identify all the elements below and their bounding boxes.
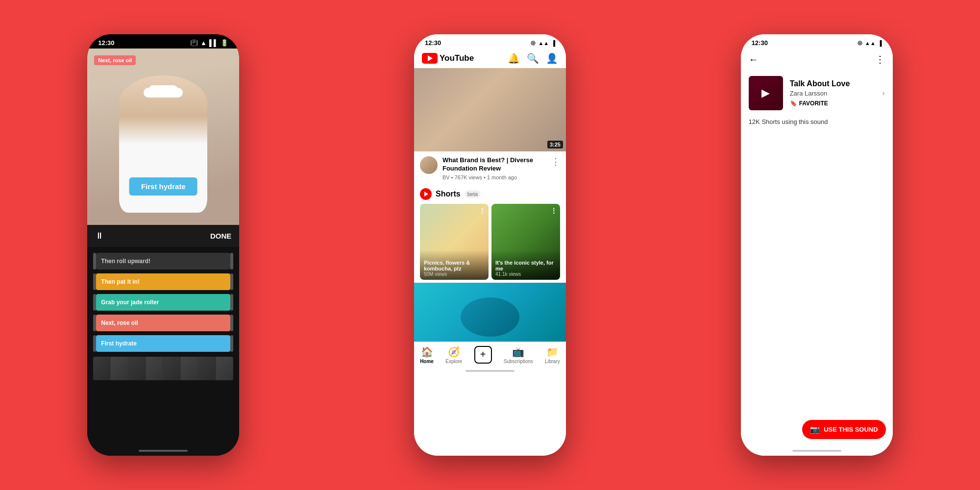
track-label: Then roll upward! <box>96 253 230 270</box>
film-frame <box>163 357 181 380</box>
signal-icon: ▌▌ <box>209 39 218 47</box>
pool-video[interactable] <box>414 283 566 342</box>
use-sound-button[interactable]: 📷 USE THIS SOUND <box>802 420 886 439</box>
short-views-2: 41.1k views <box>495 271 556 277</box>
track-handle-right <box>230 294 233 311</box>
library-label: Library <box>545 359 560 364</box>
film-frame <box>198 357 216 380</box>
add-button[interactable]: + <box>474 346 492 364</box>
status-bar-1: 12:30 📳 ▲ ▌▌ 🔋 <box>87 34 239 49</box>
person-image <box>87 63 239 225</box>
short-card-1[interactable]: ⋮ Picnics, flowers & kombucha, plz 50M v… <box>420 204 489 280</box>
filmstrip <box>93 357 233 380</box>
wifi-icon: ▲▲ <box>538 40 549 46</box>
wifi-icon-3: ▲▲ <box>865 40 876 46</box>
back-button[interactable]: ← <box>749 54 759 65</box>
yt-logo-text: YouTube <box>440 53 474 63</box>
favorite-button[interactable]: 🔖 FAVORITE <box>790 100 876 107</box>
home-indicator <box>87 446 239 456</box>
track-handle-right <box>230 335 233 352</box>
film-frame <box>181 357 198 380</box>
short-card-2[interactable]: ⋮ It's the iconic style, for me 41.1k vi… <box>491 204 560 280</box>
sound-artist: Zara Larsson <box>790 90 876 97</box>
wifi-icon: ▲ <box>200 39 207 47</box>
library-icon: 📁 <box>546 346 559 358</box>
video-age: 1 month ago <box>487 174 517 180</box>
status-time-2: 12:30 <box>425 39 441 47</box>
sound-meta: Talk About Love Zara Larsson 🔖 FAVORITE <box>790 79 876 107</box>
yt-header-icons: 🔔 🔍 👤 <box>508 52 558 64</box>
short-thumb-1: ⋮ Picnics, flowers & kombucha, plz 50M v… <box>420 204 489 280</box>
bookmark-icon: 🔖 <box>790 100 797 107</box>
track-roll-upward[interactable]: Then roll upward! <box>93 253 233 270</box>
video-meta: What Brand is Best? | Diverse Foundation… <box>442 156 546 180</box>
nav-subscriptions[interactable]: 📺 Subscriptions <box>504 346 533 364</box>
phone-youtube: 12:30 ◎ ▲▲ ▐ YouTube 🔔 🔍 👤 3:25 <box>414 34 566 456</box>
phone-sound: 12:30 ◎ ▲▲ ▐ ← ⋮ Talk About Love Zara La… <box>741 34 893 456</box>
shorts-section: Shorts beta ⋮ Picnics, flowers & kombuch… <box>414 185 566 283</box>
editor-controls: ⏸ DONE <box>87 225 239 247</box>
battery-icon: 🔋 <box>220 39 228 47</box>
track-label: Next, rose oil <box>96 315 230 331</box>
status-icons-3: ◎ ▲▲ ▐ <box>858 40 882 46</box>
track-rose-oil[interactable]: Next, rose oil <box>93 315 233 331</box>
short-more-icon: ⋮ <box>479 207 486 215</box>
home-bar <box>139 450 188 452</box>
nav-explore[interactable]: 🧭 Explore <box>445 346 462 364</box>
video-title: What Brand is Best? | Diverse Foundation… <box>442 156 546 173</box>
track-handle-right <box>230 315 233 331</box>
track-jade-roller[interactable]: Grab your jade roller <box>93 294 233 311</box>
yt-header: YouTube 🔔 🔍 👤 <box>414 49 566 68</box>
nav-add[interactable]: + <box>474 346 492 364</box>
vibrate-icon: ◎ <box>531 40 536 46</box>
yt-logo-icon <box>422 53 438 64</box>
track-label: First hydrate <box>96 335 230 352</box>
vibrate-icon: 📳 <box>190 39 198 47</box>
yt-logo: YouTube <box>422 53 474 64</box>
notifications-button[interactable]: 🔔 <box>508 52 520 64</box>
explore-icon: 🧭 <box>448 346 460 358</box>
track-label: Then pat it in! <box>96 273 230 290</box>
phone-editor: 12:30 📳 ▲ ▌▌ 🔋 Next, rose oil First hydr… <box>87 34 239 456</box>
shorts-title: Shorts <box>436 190 461 198</box>
shorts-grid: ⋮ Picnics, flowers & kombucha, plz 50M v… <box>420 204 560 280</box>
home-label: Home <box>420 359 434 364</box>
short-more-icon-2: ⋮ <box>550 207 557 215</box>
short-views-1: 50M views <box>424 271 485 277</box>
camera-icon: 📷 <box>810 425 820 434</box>
headband <box>144 88 183 98</box>
status-icons-1: 📳 ▲ ▌▌ 🔋 <box>190 39 228 47</box>
vibrate-icon-3: ◎ <box>858 40 862 46</box>
more-button[interactable]: ⋮ <box>875 53 885 65</box>
film-frame <box>216 357 234 380</box>
status-time-3: 12:30 <box>752 39 768 47</box>
home-bar-2 <box>466 370 514 372</box>
pause-button[interactable]: ⏸ <box>95 231 104 241</box>
track-first-hydrate[interactable]: First hydrate <box>93 335 233 352</box>
sound-thumbnail[interactable] <box>749 76 783 110</box>
subscriptions-label: Subscriptions <box>504 359 533 364</box>
video-duration: 3:25 <box>547 141 563 148</box>
video-thumbnail: 3:25 <box>414 68 566 151</box>
track-pat-in[interactable]: Then pat it in! <box>93 273 233 290</box>
status-bar-2: 12:30 ◎ ▲▲ ▐ <box>414 34 566 49</box>
short-label-1: Picnics, flowers & kombucha, plz 50M vie… <box>420 250 489 280</box>
shorts-beta: beta <box>465 190 481 198</box>
sound-grid-container: 96K views 1.4M views 59K views 1.2M view… <box>741 129 893 446</box>
nav-library[interactable]: 📁 Library <box>545 346 560 364</box>
timeline-area: Then roll upward! Then pat it in! Grab y… <box>87 247 239 446</box>
editor-video-area: Next, rose oil First hydrate <box>87 49 239 225</box>
home-indicator-2 <box>414 366 566 376</box>
battery-icon: ▐ <box>551 40 555 46</box>
search-button[interactable]: 🔍 <box>527 52 539 64</box>
video-more-button[interactable]: ⋮ <box>551 156 560 180</box>
done-button[interactable]: DONE <box>210 232 231 240</box>
first-hydrate-overlay: First hydrate <box>129 177 197 196</box>
track-handle-right <box>230 273 233 290</box>
status-time-1: 12:30 <box>98 39 114 47</box>
nav-home[interactable]: 🏠 Home <box>420 346 434 364</box>
video-card[interactable]: 3:25 What Brand is Best? | Diverse Found… <box>414 68 566 185</box>
shorts-header: Shorts beta <box>420 188 560 200</box>
account-button[interactable]: 👤 <box>546 52 558 64</box>
sound-header: ← ⋮ <box>741 49 893 70</box>
